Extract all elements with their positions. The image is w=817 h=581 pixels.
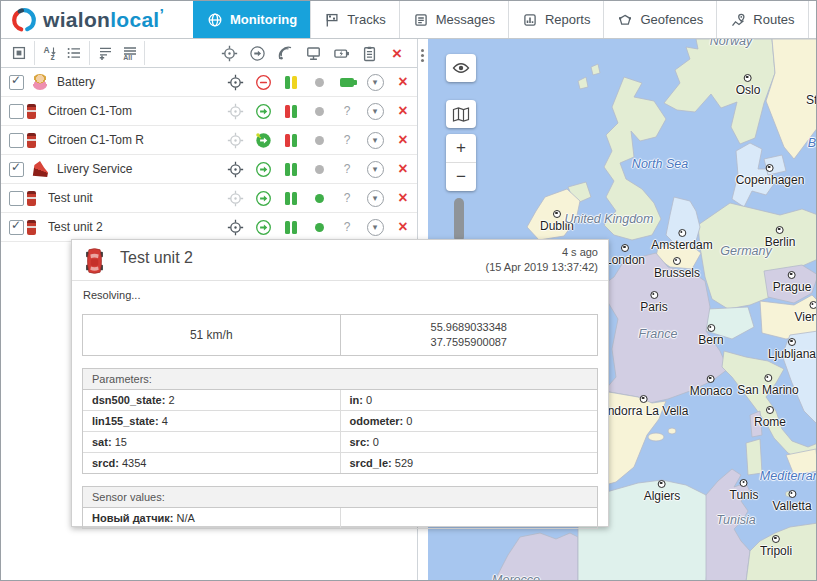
unit-menu-button[interactable]	[361, 74, 389, 91]
tab-reports[interactable]: Reports	[508, 1, 604, 38]
unit-checkbox[interactable]	[9, 191, 24, 206]
wialon-logo[interactable]: wialonlocal’	[1, 1, 193, 38]
locate-unit-icon[interactable]	[221, 190, 249, 207]
locate-unit-icon[interactable]	[221, 161, 249, 178]
motion-state-icon	[249, 103, 277, 120]
city-marker-icon	[640, 395, 648, 403]
connection-quality-bars	[277, 163, 305, 176]
tab-routes[interactable]: Routes	[716, 1, 807, 38]
unit-name[interactable]: Citroen C1-Tom	[48, 104, 221, 118]
unit-checkbox[interactable]	[9, 75, 24, 90]
remove-unit-button[interactable]	[389, 103, 417, 119]
zoom-slider[interactable]	[454, 198, 464, 242]
remove-unit-button[interactable]	[389, 132, 417, 148]
battery-icon[interactable]	[327, 41, 355, 65]
locate-unit-icon[interactable]	[221, 219, 249, 236]
connection-quality-bars	[277, 76, 305, 89]
zoom-in-button[interactable]: +	[446, 134, 476, 163]
remove-unit-button[interactable]	[389, 219, 417, 235]
map-source-button[interactable]	[446, 100, 476, 128]
unit-name[interactable]: Test unit 2	[48, 220, 221, 234]
unit-menu-button[interactable]	[361, 190, 389, 207]
unit-row[interactable]: Citroen C1-Tom ?	[1, 97, 417, 126]
power-state: ?	[333, 191, 361, 205]
tab-label: Monitoring	[230, 12, 297, 27]
power-state: ?	[333, 133, 361, 147]
city-label: Algiers	[644, 489, 681, 503]
motion-state-icon	[249, 219, 277, 236]
unit-menu-button[interactable]	[361, 161, 389, 178]
remove-unit-button[interactable]	[389, 74, 417, 90]
worklist-icon[interactable]	[62, 41, 86, 65]
kebab-menu-icon[interactable]	[421, 49, 424, 52]
param-key: in:	[350, 394, 363, 406]
popup-title: Test unit 2	[120, 249, 193, 267]
unit-menu-button[interactable]	[361, 132, 389, 149]
unit-checkbox[interactable]	[9, 220, 24, 235]
satellites-icon[interactable]	[271, 41, 299, 65]
remove-unit-button[interactable]	[389, 190, 417, 206]
connection-icon[interactable]	[299, 41, 327, 65]
city-label: Stockholm	[806, 93, 817, 107]
remove-unit-button[interactable]	[389, 161, 417, 177]
locate-unit-icon[interactable]	[221, 74, 249, 91]
unit-menu-button[interactable]	[361, 103, 389, 120]
unit-name[interactable]: Battery	[57, 75, 221, 89]
unit-menu-button[interactable]	[361, 219, 389, 236]
unknown-value: ?	[344, 220, 351, 234]
parameter-row: srcd: 4354 srcd_le: 529	[83, 453, 597, 473]
tab-label: Geofences	[640, 12, 703, 27]
param-key: dsn500_state:	[92, 394, 165, 406]
map-city: Berlin	[765, 226, 796, 249]
visibility-eye-button[interactable]	[446, 54, 476, 82]
map-city: Rome	[754, 406, 786, 429]
log-icon[interactable]	[355, 41, 383, 65]
city-marker-icon	[658, 480, 666, 488]
clear-all-icon[interactable]	[383, 41, 411, 65]
sort-az-icon[interactable]: A z	[38, 41, 62, 65]
city-label: Oslo	[736, 83, 761, 97]
locate-unit-icon[interactable]	[221, 103, 249, 120]
map-city: Prague	[773, 271, 812, 294]
tab-tracks[interactable]: Tracks	[310, 1, 399, 38]
unit-name[interactable]: Livery Service	[57, 162, 221, 176]
tab-messages[interactable]: Messages	[399, 1, 508, 38]
map-city: Ljubljana	[768, 338, 816, 361]
tab-geofences[interactable]: Geofences	[603, 1, 716, 38]
city-label: Dublin	[540, 219, 574, 233]
unit-row[interactable]: Livery Service ?	[1, 155, 417, 184]
coordinates: 55.9689033348 37.7595900087	[340, 315, 598, 355]
unit-row[interactable]: Battery	[1, 68, 417, 97]
unit-checkbox[interactable]	[9, 162, 24, 177]
unit-name[interactable]: Test unit	[48, 191, 221, 205]
tab-drivers[interactable]: Drivers	[808, 1, 817, 38]
zoom-out-button[interactable]: −	[446, 163, 476, 191]
city-marker-icon	[553, 210, 561, 218]
unit-row[interactable]: Test unit 2 ?	[1, 213, 417, 242]
tab-monitoring[interactable]: Monitoring	[193, 1, 310, 38]
wialon-logo-icon	[11, 7, 37, 33]
city-label: Tunis	[730, 488, 759, 502]
unit-row[interactable]: Test unit ?	[1, 184, 417, 213]
locate-unit-icon[interactable]	[221, 132, 249, 149]
param-key: src:	[350, 436, 370, 448]
param-key: srcd:	[92, 457, 119, 469]
unit-checkbox[interactable]	[9, 104, 24, 119]
motion-state-icon[interactable]	[243, 41, 271, 65]
city-label: Vienna	[794, 310, 817, 324]
locate-icon[interactable]	[215, 41, 243, 65]
address-status: Resolving...	[83, 289, 597, 302]
unit-name[interactable]: Citroen C1-Tom R	[48, 133, 221, 147]
city-marker-icon	[772, 535, 780, 543]
monitoring-panel-icon[interactable]	[7, 41, 31, 65]
add-to-list-icon[interactable]	[93, 41, 117, 65]
city-marker-icon	[788, 338, 796, 346]
city-marker-icon	[744, 74, 752, 82]
map-city: Amsterdam	[651, 229, 712, 252]
unit-checkbox[interactable]	[9, 133, 24, 148]
power-state	[333, 78, 361, 87]
city-label: Prague	[773, 280, 812, 294]
unit-icon	[27, 133, 36, 148]
unit-row[interactable]: Citroen C1-Tom R ?	[1, 126, 417, 155]
show-all-icon[interactable]: All	[117, 41, 141, 65]
